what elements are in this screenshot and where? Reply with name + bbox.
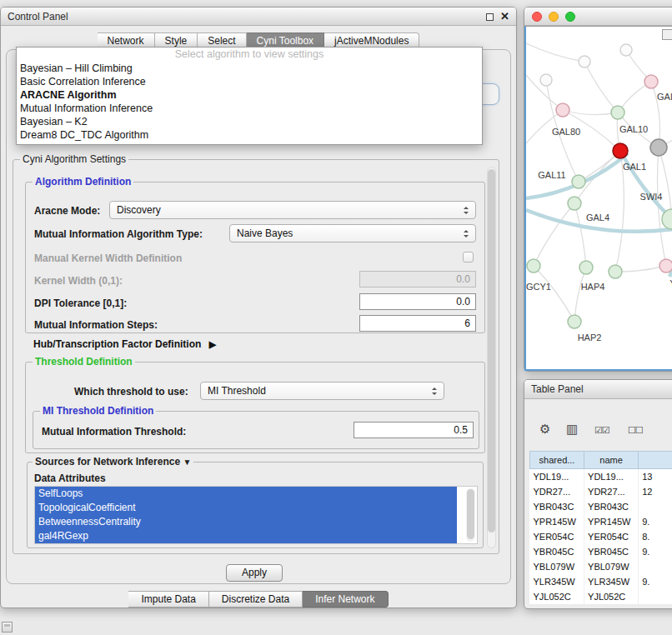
table-cell[interactable]: YDR27... bbox=[584, 484, 639, 499]
table-row[interactable]: YBR043C YBR043C bbox=[530, 499, 672, 514]
dropdown-item[interactable]: Dream8 DC_TDC Algorithm bbox=[17, 128, 482, 142]
table-cell[interactable]: YBL079W bbox=[530, 559, 584, 574]
network-edge[interactable] bbox=[534, 266, 574, 322]
table-row[interactable]: YBR045C YBR045C 9. bbox=[530, 544, 672, 559]
table-cell[interactable]: 12 bbox=[639, 484, 672, 499]
network-edge[interactable] bbox=[526, 43, 584, 62]
dropdown-item[interactable]: Basic Correlation Inference bbox=[17, 75, 482, 88]
close-icon[interactable]: ✕ bbox=[500, 12, 509, 22]
network-node[interactable] bbox=[644, 75, 658, 88]
network-node[interactable] bbox=[613, 143, 628, 158]
table-column-header[interactable]: name bbox=[584, 452, 639, 469]
table-cell[interactable]: 9. bbox=[639, 544, 672, 559]
table-row[interactable]: YER054C YER054C 8. bbox=[530, 529, 672, 544]
table-row[interactable]: YJL052C YJL052C bbox=[530, 589, 672, 604]
dropdown-item[interactable]: ARACNE Algorithm bbox=[17, 88, 482, 102]
mi-type-combo[interactable]: Naive Bayes bbox=[229, 224, 476, 242]
table-cell[interactable]: YPR145W bbox=[530, 514, 584, 529]
settings-scrollbar-thumb[interactable] bbox=[488, 169, 495, 532]
network-node[interactable] bbox=[568, 197, 581, 210]
attribute-list-item[interactable]: BetweennessCentrality bbox=[35, 515, 457, 529]
table-cell[interactable]: YDR27... bbox=[530, 484, 584, 499]
table-cell[interactable]: YDL19... bbox=[584, 469, 639, 484]
table-column-header[interactable] bbox=[639, 452, 672, 469]
attribute-list-scrollbar[interactable] bbox=[466, 488, 475, 542]
table-row[interactable]: YDL19... YDL19... 13 bbox=[530, 469, 672, 484]
table-cell[interactable]: YLR345W bbox=[530, 574, 584, 589]
network-node[interactable] bbox=[611, 106, 624, 119]
table-cell[interactable]: YJL052C bbox=[584, 589, 639, 604]
network-node[interactable] bbox=[659, 259, 672, 272]
hub-definition-section[interactable]: Hub/Transcription Factor Definition ▶ bbox=[33, 338, 216, 350]
network-edge[interactable] bbox=[584, 62, 618, 112]
dropdown-item[interactable]: Mutual Information Inference bbox=[17, 102, 482, 115]
network-node[interactable] bbox=[540, 74, 552, 86]
table-cell[interactable]: 9. bbox=[639, 514, 672, 529]
expanded-arrow-icon[interactable]: ▼ bbox=[183, 458, 191, 467]
network-node[interactable] bbox=[650, 139, 667, 156]
table-cell[interactable]: YBR045C bbox=[584, 544, 639, 559]
table-cell[interactable]: 9. bbox=[639, 574, 672, 589]
dropdown-item[interactable]: Bayesian – Hill Climbing bbox=[17, 62, 482, 75]
aracne-mode-combo[interactable]: Discovery bbox=[109, 201, 476, 219]
network-edge[interactable] bbox=[534, 203, 574, 266]
minimized-window-icon[interactable] bbox=[2, 622, 13, 632]
zoom-traffic-light[interactable] bbox=[565, 12, 575, 22]
network-node[interactable] bbox=[556, 103, 569, 117]
network-edge[interactable] bbox=[574, 203, 586, 268]
table-panel-titlebar[interactable]: Table Panel bbox=[524, 380, 672, 399]
network-node[interactable] bbox=[568, 315, 581, 328]
control-panel-titlebar[interactable]: Control Panel ✕ bbox=[1, 8, 516, 26]
dropdown-item[interactable]: Bayesian – K2 bbox=[17, 115, 482, 128]
table-cell[interactable]: 8. bbox=[639, 529, 672, 544]
table-cell[interactable] bbox=[639, 589, 672, 604]
settings-scrollbar[interactable] bbox=[487, 167, 496, 548]
table-cell[interactable] bbox=[639, 499, 672, 514]
table-row[interactable]: YLR345W YLR345W 9. bbox=[530, 574, 672, 589]
attribute-list-item[interactable]: TopologicalCoefficient bbox=[35, 501, 457, 515]
network-node[interactable] bbox=[579, 261, 593, 274]
mi-steps-field[interactable]: 6 bbox=[359, 315, 476, 332]
network-node[interactable] bbox=[620, 44, 632, 56]
network-node[interactable] bbox=[579, 56, 590, 68]
network-overview-button[interactable] bbox=[662, 29, 672, 40]
bottom-tab[interactable]: Discretize Data bbox=[209, 591, 303, 608]
table-cell[interactable]: YDL19... bbox=[530, 469, 584, 484]
table-cell[interactable]: YLR345W bbox=[584, 574, 639, 589]
network-node[interactable] bbox=[527, 259, 540, 272]
table-cell[interactable] bbox=[639, 559, 672, 574]
minimize-traffic-light[interactable] bbox=[549, 12, 559, 22]
mi-threshold-field[interactable]: 0.5 bbox=[354, 422, 474, 438]
table-cell[interactable]: YBR043C bbox=[530, 499, 584, 514]
float-window-icon[interactable] bbox=[486, 13, 494, 21]
table-row[interactable]: YPR145W YPR145W 9. bbox=[530, 514, 672, 529]
table-cell[interactable]: YBR045C bbox=[530, 544, 584, 559]
collapsed-arrow-icon[interactable]: ▶ bbox=[209, 339, 216, 350]
deselect-all-icon[interactable]: ☐☐ bbox=[628, 420, 643, 440]
table-column-header[interactable]: shared... bbox=[530, 452, 584, 469]
network-edge[interactable] bbox=[615, 266, 666, 272]
table-cell[interactable]: YBR043C bbox=[584, 499, 639, 514]
which-threshold-combo[interactable]: MI Threshold bbox=[200, 382, 444, 400]
network-canvas[interactable]: GAL80GALGAL10GAL1GAL11SWI4GAL4GCY1HAP4YH… bbox=[524, 26, 672, 371]
attribute-list-scrollbar-thumb[interactable] bbox=[467, 489, 474, 539]
network-window-titlebar[interactable] bbox=[524, 8, 672, 26]
attribute-list-item[interactable]: gal4RGexp bbox=[35, 529, 457, 543]
select-all-icon[interactable]: ☑☑ bbox=[594, 420, 609, 440]
close-traffic-light[interactable] bbox=[532, 12, 542, 22]
table-cell[interactable]: 13 bbox=[639, 469, 672, 484]
network-edge[interactable] bbox=[574, 268, 586, 322]
apply-button[interactable]: Apply bbox=[226, 564, 283, 582]
gear-icon[interactable]: ⚙ bbox=[539, 420, 550, 438]
bottom-tab[interactable]: Impute Data bbox=[128, 591, 208, 608]
table-cell[interactable]: YER054C bbox=[530, 529, 584, 544]
table-row[interactable]: YBL079W YBL079W bbox=[530, 559, 672, 574]
bottom-tab[interactable]: Infer Network bbox=[303, 591, 388, 608]
attribute-list-item[interactable]: SelfLoops bbox=[35, 487, 457, 501]
columns-icon[interactable]: ▥ bbox=[566, 420, 578, 438]
table-cell[interactable]: YJL052C bbox=[530, 589, 584, 604]
table-row[interactable]: YDR27... YDR27... 12 bbox=[530, 484, 672, 499]
table-cell[interactable]: YBL079W bbox=[584, 559, 639, 574]
network-canvas-svg[interactable]: GAL80GALGAL10GAL1GAL11SWI4GAL4GCY1HAP4YH… bbox=[526, 27, 672, 370]
network-node[interactable] bbox=[609, 265, 622, 278]
